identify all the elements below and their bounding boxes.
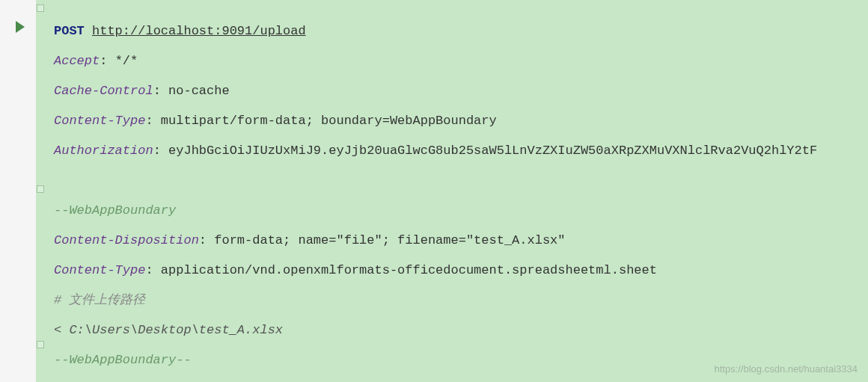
comment-line: # 文件上传路径 (54, 286, 861, 315)
header-line: Cache-Control: no-cache (54, 76, 861, 106)
header-value: form-data; name="file"; filename="test_A… (214, 233, 565, 247)
code-area[interactable]: POST http://localhost:9091/upload Accept… (46, 0, 868, 382)
header-value: multipart/form-data; boundary=WebAppBoun… (161, 114, 497, 128)
header-line: Accept: */* (54, 46, 861, 76)
fold-gutter (36, 0, 46, 382)
watermark: https://blog.csdn.net/huantai3334 (714, 363, 858, 375)
header-name: Accept (54, 54, 100, 68)
header-value: no-cache (168, 84, 230, 98)
comment-text: # 文件上传路径 (54, 293, 145, 307)
part-header-line: Content-Disposition: form-data; name="fi… (54, 226, 861, 256)
boundary-line: --WebAppBoundary (54, 196, 861, 226)
input-file-line: < C:\Users\Desktop\test_A.xlsx (54, 315, 861, 345)
header-line: Content-Type: multipart/form-data; bound… (54, 106, 861, 136)
header-name: Authorization (54, 144, 153, 158)
input-path-prefix: < (54, 323, 69, 337)
boundary-open: --WebAppBoundary (54, 203, 176, 218)
fold-marker[interactable] (37, 341, 44, 348)
header-value: */* (115, 54, 138, 68)
header-name: Content-Disposition (54, 233, 199, 247)
header-name: Content-Type (54, 114, 145, 128)
request-url: http://localhost:9091/upload (92, 24, 306, 38)
http-method: POST (54, 24, 85, 38)
header-name: Content-Type (54, 263, 145, 277)
gutter (0, 0, 36, 382)
header-name: Cache-Control (54, 84, 153, 98)
request-line: POST http://localhost:9091/upload (54, 16, 861, 46)
boundary-close: --WebAppBoundary-- (54, 353, 192, 367)
editor-container: POST http://localhost:9091/upload Accept… (0, 0, 868, 382)
blank-line (54, 166, 861, 196)
input-path: C:\Users\Desktop\test_A.xlsx (69, 323, 283, 337)
part-header-line: Content-Type: application/vnd.openxmlfor… (54, 256, 861, 286)
run-icon[interactable] (16, 21, 25, 33)
fold-marker[interactable] (37, 185, 44, 193)
header-value: application/vnd.openxmlformats-officedoc… (161, 263, 657, 277)
header-line: Authorization: eyJhbGciOiJIUzUxMiJ9.eyJj… (54, 136, 861, 166)
fold-marker[interactable] (37, 4, 44, 12)
header-value: eyJhbGciOiJIUzUxMiJ9.eyJjb20uaGlwcG8ub25… (168, 144, 817, 158)
